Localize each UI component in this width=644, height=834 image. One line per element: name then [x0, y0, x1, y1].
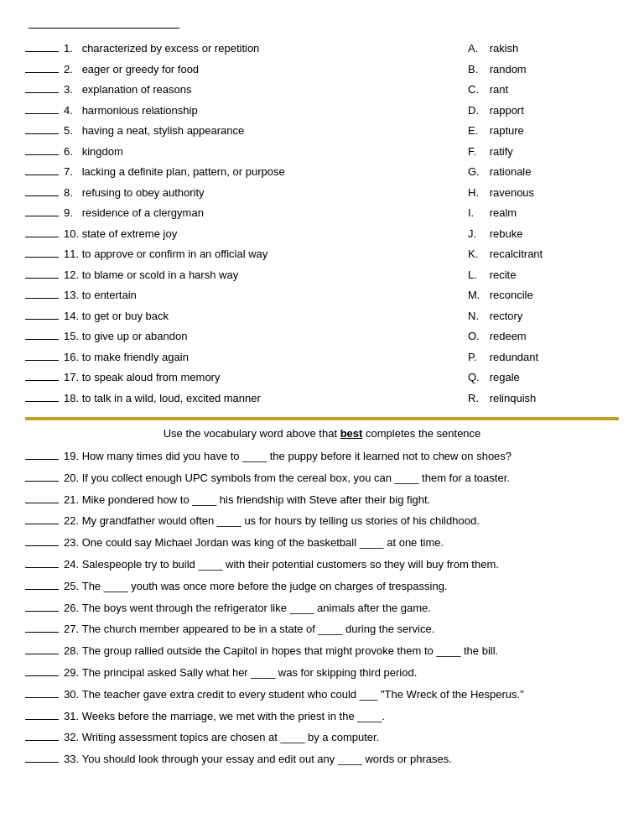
sentence-text-20: If you collect enough UPC symbols from t…	[82, 470, 619, 487]
matching-section: 1. characterized by excess or repetition…	[25, 40, 619, 410]
answer-blank-7[interactable]	[25, 164, 59, 175]
sentence-row: 29. The principal asked Sally what her _…	[25, 665, 619, 682]
answer-blank-4[interactable]	[25, 102, 59, 114]
answer-blank-11[interactable]	[25, 246, 59, 258]
answer-word-5: ratify	[490, 143, 513, 160]
sentence-blank-24[interactable]	[25, 556, 59, 568]
definition-row: 15. to give up or abandon	[25, 328, 451, 345]
def-num-2: 2.	[64, 61, 79, 78]
answer-blank-9[interactable]	[25, 205, 59, 216]
answer-letter-12: M.	[468, 287, 486, 304]
definition-text-3: explanation of reasons	[82, 81, 192, 98]
answer-blank-5[interactable]	[25, 122, 59, 134]
answer-blank-6[interactable]	[25, 143, 59, 155]
answer-row: M. reconcile	[468, 287, 619, 304]
sentence-blank-33[interactable]	[25, 751, 59, 763]
answer-letter-8: I.	[468, 205, 486, 222]
definition-row: 6. kingdom	[25, 143, 451, 160]
sentence-num-22: 22.	[64, 513, 79, 530]
instruction-bold: best	[340, 427, 363, 440]
answer-word-6: rationale	[490, 164, 532, 180]
sentence-blank-25[interactable]	[25, 578, 59, 590]
answer-blank-2[interactable]	[25, 61, 59, 73]
definition-text-8: refusing to obey authority	[82, 185, 205, 201]
def-num-15: 15.	[64, 328, 79, 345]
definition-row: 5. having a neat, stylish appearance	[25, 122, 451, 139]
answer-blank-17[interactable]	[25, 369, 59, 381]
def-num-13: 13.	[64, 287, 79, 304]
answer-letter-6: G.	[468, 164, 486, 180]
sentence-text-30: The teacher gave extra credit to every s…	[82, 686, 619, 704]
sentence-num-20: 20.	[64, 470, 79, 487]
answer-blank-15[interactable]	[25, 328, 59, 340]
answer-word-11: recite	[490, 267, 517, 284]
definition-row: 17. to speak aloud from memory	[25, 369, 451, 386]
answer-row: E. rapture	[468, 122, 619, 139]
sentence-blank-20[interactable]	[25, 470, 59, 482]
definition-row: 9. residence of a clergyman	[25, 205, 451, 222]
answer-letter-11: L.	[468, 267, 486, 284]
answer-row: Q. regale	[468, 369, 619, 386]
sentence-blank-22[interactable]	[25, 513, 59, 524]
sentence-blank-32[interactable]	[25, 729, 59, 741]
answer-blank-16[interactable]	[25, 349, 59, 361]
definition-text-11: to approve or confirm in an official way	[82, 246, 268, 263]
answer-blank-12[interactable]	[25, 267, 59, 279]
sentence-blank-28[interactable]	[25, 643, 59, 654]
definition-text-15: to give up or abandon	[82, 328, 188, 345]
sentence-num-25: 25.	[64, 578, 79, 596]
sentence-blank-27[interactable]	[25, 621, 59, 633]
sentence-blank-31[interactable]	[25, 708, 59, 720]
def-num-11: 11.	[64, 246, 79, 263]
answers-column: A. rakishB. randomC. rantD. rapportE. ra…	[451, 40, 619, 410]
answer-row: H. ravenous	[468, 185, 619, 201]
sentence-row: 30. The teacher gave extra credit to eve…	[25, 686, 619, 704]
sentence-blank-26[interactable]	[25, 600, 59, 612]
sentence-num-19: 19.	[64, 448, 79, 466]
answer-word-10: recalcitrant	[490, 246, 543, 263]
name-underline[interactable]	[29, 17, 179, 29]
answer-letter-2: C.	[468, 81, 486, 98]
answer-row: L. recite	[468, 267, 619, 284]
answer-blank-3[interactable]	[25, 81, 59, 93]
def-num-8: 8.	[64, 185, 79, 201]
sentence-text-32: Writing assessment topics are chosen at …	[82, 729, 619, 747]
sentence-blank-21[interactable]	[25, 492, 59, 503]
answer-row: C. rant	[468, 81, 619, 98]
definition-row: 12. to blame or scold in a harsh way	[25, 267, 451, 284]
answer-blank-8[interactable]	[25, 185, 59, 196]
answer-letter-13: N.	[468, 308, 486, 325]
sentence-num-23: 23.	[64, 534, 79, 552]
answer-row: O. redeem	[468, 328, 619, 345]
answer-blank-18[interactable]	[25, 390, 59, 402]
sentence-blank-29[interactable]	[25, 665, 59, 676]
answer-letter-10: K.	[468, 246, 486, 263]
sentence-num-31: 31.	[64, 708, 79, 726]
instruction-line: Use the vocabulary word above that best …	[25, 427, 619, 440]
answer-blank-1[interactable]	[25, 40, 59, 52]
answer-blank-14[interactable]	[25, 308, 59, 320]
definition-text-2: eager or greedy for food	[82, 61, 199, 78]
answer-word-17: relinquish	[490, 390, 537, 407]
answer-word-12: reconcile	[490, 287, 533, 304]
answer-word-0: rakish	[490, 40, 519, 57]
answer-row: B. random	[468, 61, 619, 78]
definition-row: 11. to approve or confirm in an official…	[25, 246, 451, 263]
sentence-num-27: 27.	[64, 621, 79, 639]
answer-blank-10[interactable]	[25, 226, 59, 237]
def-num-4: 4.	[64, 102, 79, 119]
sentence-blank-23[interactable]	[25, 534, 59, 546]
answer-blank-13[interactable]	[25, 287, 59, 299]
sentence-row: 24. Salespeople try to build ____ with t…	[25, 556, 619, 574]
sentence-blank-19[interactable]	[25, 448, 59, 460]
def-num-12: 12.	[64, 267, 79, 284]
sentence-row: 28. The group rallied outside the Capito…	[25, 643, 619, 660]
answer-word-2: rant	[490, 81, 508, 98]
answer-word-14: redeem	[490, 328, 527, 345]
def-num-1: 1.	[64, 40, 79, 57]
sentence-num-24: 24.	[64, 556, 79, 574]
definition-text-6: kingdom	[82, 143, 123, 160]
sentence-row: 20. If you collect enough UPC symbols fr…	[25, 470, 619, 487]
sentence-row: 32. Writing assessment topics are chosen…	[25, 729, 619, 747]
sentence-blank-30[interactable]	[25, 686, 59, 698]
